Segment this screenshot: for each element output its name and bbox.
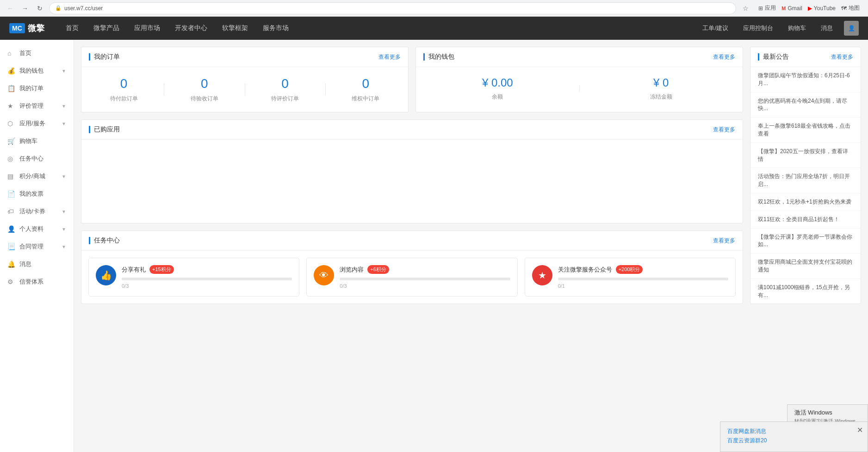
task-share-badge: +15积分: [149, 265, 174, 274]
announcement-item[interactable]: 微擎应用商城已全面支持支付宝花呗的通知: [750, 254, 861, 279]
chevron-down-icon-7: ▼: [62, 244, 66, 249]
url-text: user.w7.cc/user: [64, 5, 103, 12]
bookmark-youtube[interactable]: ▶ YouTube: [808, 5, 836, 12]
points-icon: ▤: [7, 173, 15, 180]
main-layout: ⌂ 首页 💰 我的钱包 ▼ 📋 我的订单 ★ 评价管理 ▼ ⬡ 应用/服务 ▼ …: [0, 40, 868, 452]
task-follow-info: 关注微擎服务公众号 +200积分 0/1: [558, 265, 728, 289]
announcement-item[interactable]: 【微擎】2020五一放假安排，查看详情: [750, 143, 861, 168]
forward-button[interactable]: →: [19, 3, 31, 14]
tasks-panel-header: 任务中心 查看更多: [81, 231, 743, 251]
nav-developer[interactable]: 开发者中心: [167, 17, 215, 40]
win-overlay-close[interactable]: ✕: [857, 426, 863, 434]
frozen-label: 冻结金额: [650, 93, 672, 101]
announcement-item[interactable]: 微擎团队端午节放假通知：6月25日-6月...: [750, 67, 861, 93]
dispute-num: 0: [362, 76, 370, 91]
announcement-item[interactable]: 满1001减1000镪鲢券，15点开抢，另有...: [750, 279, 861, 304]
announcements-more-link[interactable]: 查看更多: [831, 53, 853, 61]
win-notification-item-1[interactable]: 百度网盘新消息: [727, 427, 861, 435]
orders-more-link[interactable]: 查看更多: [378, 53, 401, 61]
sidebar-item-points[interactable]: ▤ 积分/商城 ▼: [0, 167, 74, 185]
back-button[interactable]: ←: [5, 3, 16, 14]
task-follow-progress: 0/1: [558, 283, 565, 289]
announcements-panel-header: 最新公告 查看更多: [750, 47, 861, 67]
sidebar-item-cart[interactable]: 🛒 购物车: [0, 132, 74, 150]
nav-cart[interactable]: 购物车: [784, 24, 810, 32]
nav-home[interactable]: 首页: [58, 17, 86, 40]
task-share-icon: 👍: [96, 265, 116, 285]
bookmark-gmail[interactable]: M Gmail: [781, 5, 802, 12]
reputation-icon: ⚙: [7, 278, 15, 285]
sidebar-item-contract[interactable]: 📃 合同管理 ▼: [0, 238, 74, 255]
sidebar-item-tasks[interactable]: ◎ 任务中心: [0, 150, 74, 167]
address-bar[interactable]: 🔒 user.w7.cc/user: [49, 2, 736, 14]
task-follow-name: 关注微擎服务公众号: [558, 266, 612, 274]
sidebar-item-invoice[interactable]: 📄 我的发票: [0, 185, 74, 203]
stat-divider-1: [164, 83, 164, 96]
logo[interactable]: MC 微擎: [9, 23, 44, 34]
nav-links: 首页 微擎产品 应用市场 开发者中心 软擎框架 服务市场: [58, 17, 699, 40]
sidebar-item-profile[interactable]: 👤 个人资料 ▼: [0, 220, 74, 238]
sidebar-item-orders[interactable]: 📋 我的订单: [0, 80, 74, 97]
pending-pay-label: 待付款订单: [110, 95, 138, 103]
nav-market[interactable]: 应用市场: [127, 17, 167, 40]
nav-ticket[interactable]: 工单/建议: [699, 24, 732, 32]
task-browse-name: 浏览内容: [340, 266, 364, 274]
sidebar-item-apps[interactable]: ⬡ 应用/服务 ▼: [0, 115, 74, 132]
bookmark-star[interactable]: ☆: [740, 3, 751, 14]
nav-right: 工单/建议 应用控制台 购物车 消息 👤: [699, 21, 859, 36]
wallet-divider: [579, 86, 580, 92]
apps-more-link[interactable]: 查看更多: [713, 126, 735, 134]
announcement-item[interactable]: 您的优惠码将在今晚24点到期，请尽快...: [750, 93, 861, 118]
activity-icon: 🏷: [7, 208, 15, 215]
nav-avatar[interactable]: 👤: [844, 21, 859, 36]
reviews-icon: ★: [7, 102, 15, 110]
pending-review-label: 待评价订单: [271, 95, 299, 103]
lock-icon: 🔒: [55, 5, 62, 11]
wallet-more-link[interactable]: 查看更多: [713, 53, 735, 61]
cart-icon: 🛒: [7, 137, 15, 145]
nav-console[interactable]: 应用控制台: [739, 24, 777, 32]
tasks-icon: ◎: [7, 155, 15, 162]
bookmark-apps[interactable]: ⊞ 应用: [758, 4, 776, 12]
main-panels: 我的订单 查看更多 0 待付款订单 0 待验收订单: [81, 47, 743, 304]
tasks-more-link[interactable]: 查看更多: [713, 237, 735, 245]
win-activate-title: 激活 Windows: [794, 409, 861, 417]
sidebar-item-wallet[interactable]: 💰 我的钱包 ▼: [0, 62, 74, 80]
pending-receive-label: 待验收订单: [191, 95, 218, 103]
sidebar-item-reviews[interactable]: ★ 评价管理 ▼: [0, 97, 74, 115]
task-browse-badge: +6积分: [367, 265, 389, 274]
frozen-value: ¥ 0: [653, 76, 669, 89]
wallet-balance: ¥ 0.00 余额: [425, 76, 570, 101]
win-notification-item-2[interactable]: 百度云资源群20: [727, 437, 861, 445]
task-follow-badge: +200积分: [616, 265, 643, 274]
reload-button[interactable]: ↻: [34, 3, 45, 14]
task-browse-progress-fill: [340, 278, 510, 280]
wallet-panel: 我的钱包 查看更多 ¥ 0.00 余额 ¥ 0 冻结金额: [415, 47, 743, 112]
announcement-item[interactable]: 双12狂欢，1元秒杀+1折抢购火热来袭: [750, 193, 861, 211]
win-notification-overlay: ✕ 百度网盘新消息 百度云资源群20: [720, 421, 868, 452]
announcements-panel: 最新公告 查看更多 微擎团队端午节放假通知：6月25日-6月...您的优惠码将在…: [750, 47, 861, 304]
order-stat-pending-pay: 0 待付款订单: [86, 76, 161, 103]
nav-product[interactable]: 微擎产品: [86, 17, 127, 40]
bookmark-maps[interactable]: 🗺 地图: [841, 4, 860, 12]
announcement-item[interactable]: 双11狂欢：全类目商品1折起售！: [750, 211, 861, 229]
chevron-down-icon-4: ▼: [62, 174, 66, 179]
nav-framework[interactable]: 软擎框架: [215, 17, 255, 40]
nav-service[interactable]: 服务市场: [255, 17, 296, 40]
sidebar-item-activity[interactable]: 🏷 活动/卡券 ▼: [0, 203, 74, 220]
sidebar-item-home[interactable]: ⌂ 首页: [0, 44, 74, 62]
announcement-item[interactable]: 活动预告：热门应用全场7折，明日开启...: [750, 168, 861, 193]
chevron-down-icon-3: ▼: [62, 121, 66, 126]
task-browse-icon: 👁: [314, 265, 334, 285]
messages-icon: 🔔: [7, 260, 15, 268]
announcement-item[interactable]: 【微擎公开课】罗亮老师一节课教会你如...: [750, 229, 861, 254]
maps-icon: 🗺: [841, 5, 847, 12]
orders-panel: 我的订单 查看更多 0 待付款订单 0 待验收订单: [81, 47, 409, 112]
sidebar-item-reputation[interactable]: ⚙ 信誉体系: [0, 273, 74, 291]
task-follow: ★ 关注微擎服务公众号 +200积分 0/1: [525, 258, 736, 297]
task-browse-name-row: 浏览内容 +6积分: [340, 265, 510, 274]
announcement-item[interactable]: 奉上一条微擎618最全省钱攻略，点击查看: [750, 118, 861, 143]
sidebar-item-messages[interactable]: 🔔 消息: [0, 255, 74, 273]
task-follow-progress-fill: [558, 278, 728, 280]
nav-messages[interactable]: 消息: [817, 24, 837, 32]
